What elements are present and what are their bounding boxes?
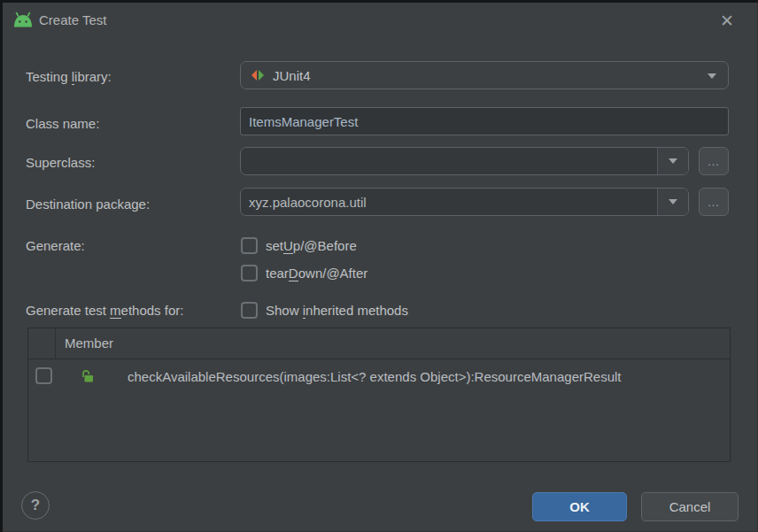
member-signature: checkAvailableResources(images:List<? ex… — [128, 368, 622, 383]
superclass-combobox[interactable] — [240, 147, 689, 175]
destination-package-value: xyz.palaocorona.util — [249, 195, 367, 210]
create-test-dialog: Create Test ✕ Testing library: JUnit4 Cl… — [0, 0, 758, 532]
class-name-input[interactable]: ItemsManagerTest — [240, 107, 729, 135]
table-row[interactable]: checkAvailableResources(images:List<? ex… — [28, 359, 730, 392]
close-icon[interactable]: ✕ — [714, 8, 740, 33]
destination-package-browse-button[interactable]: … — [699, 188, 729, 216]
testing-library-value: JUnit4 — [273, 68, 311, 83]
android-icon — [13, 12, 33, 28]
destination-package-dropdown-button[interactable] — [657, 189, 688, 215]
chevron-down-icon — [708, 73, 716, 79]
cancel-button[interactable]: Cancel — [641, 492, 739, 521]
member-column-header: Member — [65, 328, 113, 358]
show-inherited-checkbox-label[interactable]: Show inherited methods — [266, 303, 408, 318]
help-button[interactable]: ? — [21, 491, 50, 520]
ok-button[interactable]: OK — [532, 492, 627, 521]
generate-label: Generate: — [26, 238, 85, 253]
members-table-header: Member — [28, 328, 730, 359]
teardown-checkbox[interactable] — [241, 265, 258, 281]
show-inherited-checkbox[interactable] — [241, 302, 258, 319]
teardown-checkbox-label[interactable]: tearDown/@After — [266, 266, 367, 281]
setup-checkbox[interactable] — [241, 237, 258, 254]
class-name-label: Class name: — [26, 116, 99, 131]
setup-checkbox-label[interactable]: setUp/@Before — [266, 238, 357, 253]
superclass-browse-button[interactable]: … — [699, 147, 729, 175]
superclass-dropdown-button[interactable] — [657, 148, 688, 174]
dialog-title: Create Test — [39, 12, 106, 27]
class-name-value: ItemsManagerTest — [249, 114, 358, 129]
generate-test-methods-label: Generate test methods for: — [26, 303, 183, 318]
superclass-label: Superclass: — [26, 155, 95, 170]
testing-library-label: Testing library: — [26, 69, 112, 84]
testing-library-select[interactable]: JUnit4 — [240, 61, 729, 89]
member-checkbox[interactable] — [35, 367, 52, 384]
destination-package-combobox[interactable]: xyz.palaocorona.util — [240, 188, 689, 216]
destination-package-label: Destination package: — [26, 197, 150, 212]
method-icon — [80, 368, 96, 384]
column-divider — [55, 328, 56, 359]
chevron-down-icon — [669, 158, 677, 164]
junit-icon — [251, 68, 265, 82]
members-table: Member checkAvailableResources(images:Li… — [27, 328, 731, 462]
chevron-down-icon — [669, 199, 677, 204]
